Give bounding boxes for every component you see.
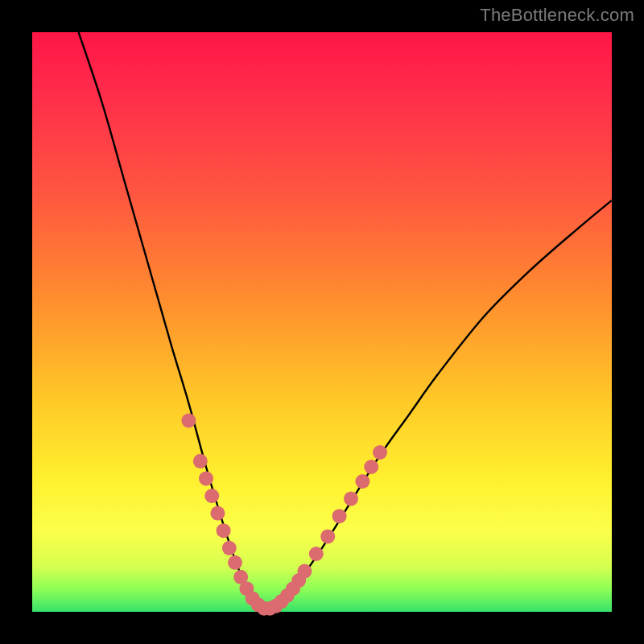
highlight-dot xyxy=(193,454,208,469)
highlight-dot xyxy=(332,509,347,523)
highlight-dot xyxy=(364,460,378,474)
highlight-dot xyxy=(228,555,242,570)
plot-area xyxy=(32,32,612,612)
highlight-dot xyxy=(320,529,335,543)
highlight-dot xyxy=(222,541,237,555)
watermark-text: TheBottleneck.com xyxy=(480,5,634,26)
highlight-dots xyxy=(181,413,387,615)
highlight-dot xyxy=(344,492,358,506)
highlight-dot xyxy=(297,564,312,579)
curve-svg xyxy=(32,32,612,612)
chart-frame: TheBottleneck.com xyxy=(0,0,644,644)
highlight-dot xyxy=(217,523,231,538)
highlight-dot xyxy=(204,489,219,503)
highlight-dot xyxy=(181,413,196,427)
highlight-dot xyxy=(309,547,324,561)
bottleneck-curve xyxy=(79,32,612,612)
highlight-dot xyxy=(210,506,225,521)
highlight-dot xyxy=(373,445,387,460)
highlight-dot xyxy=(355,474,369,489)
highlight-dot xyxy=(199,471,213,485)
